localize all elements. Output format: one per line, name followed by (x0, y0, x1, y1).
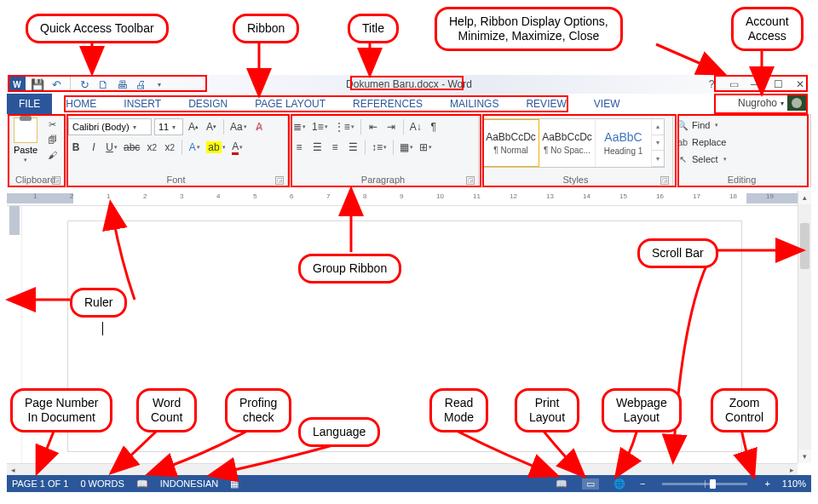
copy-icon[interactable]: 🗐 (44, 133, 60, 146)
quick-print-icon[interactable]: 🖨 (134, 77, 147, 91)
callout-title: Title (348, 14, 399, 43)
line-spacing-button[interactable]: ↕≡ (370, 139, 389, 156)
subscript-button[interactable]: x2 (144, 139, 159, 156)
minimize-icon[interactable]: — (748, 77, 763, 91)
print-layout-button[interactable]: ▭ (582, 478, 599, 490)
text-effects-button[interactable]: A (187, 139, 202, 156)
grow-font-button[interactable]: A▴ (186, 118, 201, 135)
tab-page-layout[interactable]: PAGE LAYOUT (241, 94, 339, 114)
align-left-button[interactable]: ≡ (291, 139, 307, 156)
font-size-combo[interactable]: 11▾ (154, 118, 183, 135)
align-center-button[interactable]: ☰ (309, 139, 325, 156)
select-button[interactable]: ↖Select▾ (677, 152, 727, 167)
ruler-number: 7 (326, 192, 330, 200)
dialog-launcher-icon[interactable]: ◲ (660, 176, 669, 185)
tab-review[interactable]: REVIEW (512, 94, 579, 114)
new-doc-icon[interactable]: 🗋 (96, 77, 110, 91)
group-label: Styles (563, 175, 589, 185)
web-layout-button[interactable]: 🌐 (611, 478, 628, 490)
tab-insert[interactable]: INSERT (110, 94, 175, 114)
change-case-button[interactable]: Aa (228, 118, 249, 135)
styles-gallery[interactable]: AaBbCcDc ¶ Normal AaBbCcDc ¶ No Spac... … (482, 118, 665, 168)
show-marks-button[interactable]: ¶ (426, 118, 441, 135)
dialog-launcher-icon[interactable]: ◲ (52, 176, 60, 185)
undo-icon[interactable]: ↶ (49, 77, 63, 91)
highlight-button[interactable]: ab (204, 139, 227, 156)
language-status[interactable]: INDONESIAN (160, 478, 218, 489)
macro-icon[interactable]: ▦ (230, 478, 239, 490)
account-access[interactable]: Nugroho ▾ (738, 95, 806, 111)
style-no-spacing[interactable]: AaBbCcDc ¶ No Spac... (539, 119, 596, 167)
vertical-scrollbar[interactable]: ▴ ▾ (798, 191, 811, 463)
justify-button[interactable]: ☰ (345, 139, 360, 156)
gallery-scroll[interactable]: ▴▾▾ (652, 119, 664, 167)
align-right-button[interactable]: ≡ (327, 139, 343, 156)
format-painter-icon[interactable]: 🖌 (44, 148, 60, 162)
bold-button[interactable]: B (68, 139, 84, 156)
tab-home[interactable]: HOME (52, 94, 110, 114)
font-family-value: Calibri (Body) (72, 122, 130, 132)
close-icon[interactable]: ✕ (792, 77, 808, 91)
maximize-icon[interactable]: ☐ (770, 77, 786, 91)
bullets-button[interactable]: ≣ (291, 118, 308, 135)
ruler-number: 13 (546, 192, 554, 200)
shrink-font-button[interactable]: A▾ (204, 118, 219, 135)
tab-view[interactable]: VIEW (580, 94, 634, 114)
clear-formatting-button[interactable]: A̷ (251, 118, 267, 135)
borders-button[interactable]: ⊞ (418, 139, 434, 156)
zoom-in-button[interactable]: + (764, 478, 769, 489)
style-preview: AaBbCcDc (542, 131, 592, 143)
file-tab[interactable]: FILE (7, 94, 52, 114)
tab-mailings[interactable]: MAILINGS (436, 94, 512, 114)
style-normal[interactable]: AaBbCcDc ¶ Normal (483, 119, 539, 167)
scroll-left-icon[interactable]: ◂ (7, 464, 19, 475)
multilevel-list-button[interactable]: ⋮≡ (332, 118, 356, 135)
tab-references[interactable]: REFERENCES (339, 94, 436, 114)
dialog-launcher-icon[interactable]: ◲ (466, 176, 475, 185)
tab-design[interactable]: DESIGN (175, 94, 241, 114)
zoom-out-button[interactable]: − (640, 478, 645, 489)
dialog-launcher-icon[interactable]: ◲ (275, 176, 284, 185)
italic-button[interactable]: I (86, 139, 101, 156)
superscript-button[interactable]: x2 (162, 139, 177, 156)
scroll-up-icon[interactable]: ▴ (798, 191, 811, 204)
horizontal-ruler[interactable]: 1212345678910111213141516171819 (7, 191, 798, 206)
paste-button[interactable]: Paste ▾ (10, 116, 41, 165)
style-heading-1[interactable]: AaBbC Heading 1 (596, 119, 652, 167)
proofing-icon[interactable]: 📖 (136, 478, 148, 490)
increase-indent-button[interactable]: ⇥ (383, 118, 399, 135)
ribbon-display-icon[interactable]: ▭ (726, 77, 741, 91)
scroll-right-icon[interactable]: ▸ (786, 464, 798, 475)
zoom-slider[interactable] (662, 483, 747, 485)
find-button[interactable]: 🔍Find▾ (677, 117, 727, 133)
shading-button[interactable]: ▦ (398, 139, 415, 156)
sort-button[interactable]: A↓ (408, 118, 423, 135)
font-family-combo[interactable]: Calibri (Body)▾ (68, 118, 152, 135)
decrease-indent-button[interactable]: ⇤ (366, 118, 381, 135)
numbering-button[interactable]: 1≡ (310, 118, 330, 135)
help-icon[interactable]: ? (704, 77, 719, 91)
group-clipboard: Paste ▾ ✂ 🗐 🖌 Clipboard◲ (7, 114, 65, 186)
scroll-down-icon[interactable]: ▾ (798, 450, 811, 463)
zoom-level[interactable]: 110% (782, 478, 806, 489)
replace-button[interactable]: abReplace (677, 135, 727, 150)
redo-icon[interactable]: ↻ (78, 77, 91, 91)
zoom-thumb[interactable] (710, 479, 716, 489)
cut-icon[interactable]: ✂ (44, 117, 60, 131)
page-number[interactable]: PAGE 1 OF 1 (12, 478, 68, 489)
underline-button[interactable]: U (104, 139, 119, 156)
window-title: Dokumen Baru.docx - Word (346, 78, 472, 90)
group-label: Font (166, 175, 185, 185)
save-icon[interactable]: 💾 (31, 77, 44, 91)
horizontal-scrollbar[interactable]: ◂ ▸ (7, 463, 798, 475)
read-mode-button[interactable]: 📖 (553, 478, 570, 490)
qat-dropdown-icon[interactable]: ▾ (153, 77, 166, 91)
strikethrough-button[interactable]: abc (122, 139, 141, 156)
font-color-button[interactable]: A (230, 139, 245, 156)
word-count[interactable]: 0 WORDS (80, 478, 124, 489)
ruler-number: 11 (473, 192, 481, 200)
scroll-thumb[interactable] (800, 223, 809, 269)
font-size-value: 11 (158, 122, 169, 132)
group-paragraph: ≣ 1≡ ⋮≡ ⇤ ⇥ A↓ ¶ ≡ ☰ ≡ ☰ ↕≡ ▦ ⊞ (288, 114, 479, 186)
print-preview-icon[interactable]: 🖶 (115, 77, 129, 91)
